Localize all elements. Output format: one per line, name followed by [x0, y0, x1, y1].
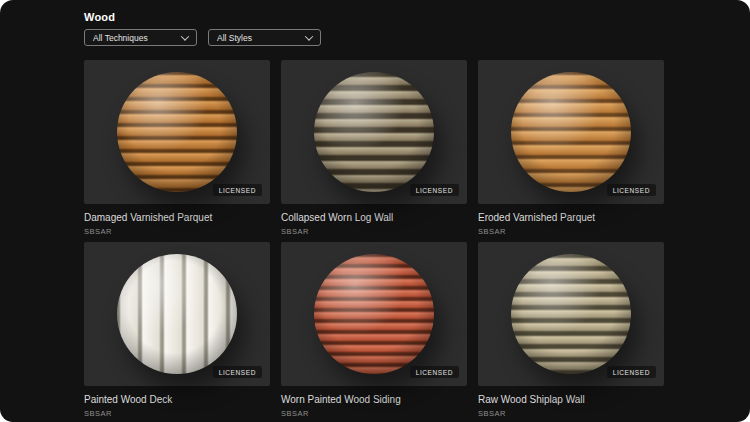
material-thumbnail[interactable]: LICENSED	[281, 60, 467, 204]
material-format: SBSAR	[281, 409, 467, 418]
filter-bar: All Techniques All Styles	[84, 29, 321, 46]
material-title: Worn Painted Wood Siding	[281, 394, 467, 406]
material-thumbnail[interactable]: LICENSED	[478, 60, 664, 204]
material-sphere	[511, 72, 631, 192]
licensed-badge: LICENSED	[607, 366, 656, 378]
material-card[interactable]: LICENSED Collapsed Worn Log Wall SBSAR	[281, 60, 467, 242]
styles-dropdown-label: All Styles	[217, 33, 252, 43]
material-browser-window: Wood All Techniques All Styles LICENSED …	[0, 0, 750, 422]
material-format: SBSAR	[281, 227, 467, 236]
material-title: Painted Wood Deck	[84, 394, 270, 406]
techniques-dropdown-label: All Techniques	[93, 33, 148, 43]
material-sphere	[511, 254, 631, 374]
chevron-down-icon	[181, 32, 189, 40]
material-format: SBSAR	[84, 409, 270, 418]
material-format: SBSAR	[84, 227, 270, 236]
material-title: Collapsed Worn Log Wall	[281, 212, 467, 224]
page-title: Wood	[84, 11, 115, 23]
material-thumbnail[interactable]: LICENSED	[478, 242, 664, 386]
material-sphere	[117, 72, 237, 192]
material-title: Damaged Varnished Parquet	[84, 212, 270, 224]
licensed-badge: LICENSED	[410, 366, 459, 378]
licensed-badge: LICENSED	[213, 366, 262, 378]
chevron-down-icon	[305, 32, 313, 40]
material-thumbnail[interactable]: LICENSED	[84, 60, 270, 204]
material-card[interactable]: LICENSED Damaged Varnished Parquet SBSAR	[84, 60, 270, 242]
material-format: SBSAR	[478, 227, 664, 236]
material-card[interactable]: LICENSED Raw Wood Shiplap Wall SBSAR	[478, 242, 664, 422]
material-card[interactable]: LICENSED Eroded Varnished Parquet SBSAR	[478, 60, 664, 242]
material-card[interactable]: LICENSED Painted Wood Deck SBSAR	[84, 242, 270, 422]
licensed-badge: LICENSED	[213, 184, 262, 196]
material-sphere	[117, 254, 237, 374]
material-title: Eroded Varnished Parquet	[478, 212, 664, 224]
material-title: Raw Wood Shiplap Wall	[478, 394, 664, 406]
material-grid: LICENSED Damaged Varnished Parquet SBSAR…	[84, 60, 664, 422]
techniques-filter-dropdown[interactable]: All Techniques	[84, 29, 197, 46]
material-thumbnail[interactable]: LICENSED	[281, 242, 467, 386]
material-sphere	[314, 254, 434, 374]
material-card[interactable]: LICENSED Worn Painted Wood Siding SBSAR	[281, 242, 467, 422]
material-sphere	[314, 72, 434, 192]
material-format: SBSAR	[478, 409, 664, 418]
licensed-badge: LICENSED	[607, 184, 656, 196]
styles-filter-dropdown[interactable]: All Styles	[208, 29, 321, 46]
licensed-badge: LICENSED	[410, 184, 459, 196]
material-thumbnail[interactable]: LICENSED	[84, 242, 270, 386]
